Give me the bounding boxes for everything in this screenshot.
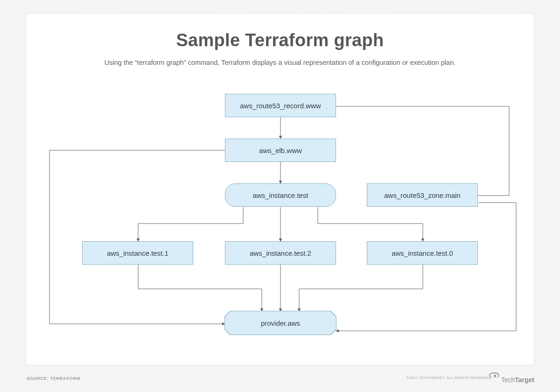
node-instance-test-2: aws_instance.test.2 (225, 241, 336, 265)
node-instance-test-0: aws_instance.test.0 (367, 241, 478, 265)
terraform-graph-diagram: aws_route53_record.www aws_elb.www aws_i… (26, 79, 535, 354)
diagram-title: Sample Terraform graph (26, 30, 534, 50)
diagram-subtitle: Using the “terraform graph” command, Ter… (26, 59, 534, 66)
source-attribution: SOURCE: TERRAFORM (27, 376, 80, 381)
node-label: aws_instance.test.0 (392, 249, 453, 257)
diagram-card: Sample Terraform graph Using the “terraf… (26, 13, 534, 365)
node-elb: aws_elb.www (225, 139, 336, 162)
node-label: aws_instance.test.2 (250, 249, 311, 257)
node-instance-test-1: aws_instance.test.1 (82, 241, 193, 265)
logo-text-b: Target (515, 376, 534, 384)
footer: SOURCE: TERRAFORM ©2021 TECHTARGET, ALL … (26, 370, 534, 384)
node-route53-record: aws_route53_record.www (225, 94, 336, 117)
logo-text-a: Tech (501, 376, 515, 384)
node-provider: provider.aws (225, 311, 336, 335)
node-label: provider.aws (261, 319, 300, 327)
node-label: aws_instance.test.1 (107, 249, 168, 257)
node-label: aws_instance.test (252, 191, 308, 199)
node-route53-zone: aws_route53_zone.main (367, 183, 478, 207)
copyright-text: ©2021 TECHTARGET, ALL RIGHTS RESERVED (406, 376, 491, 380)
node-label: aws_elb.www (259, 147, 302, 154)
node-label: aws_route53_zone.main (384, 191, 460, 199)
node-label: aws_route53_record.www (240, 102, 321, 110)
techtarget-logo: TechTarget (489, 376, 534, 384)
eye-icon (489, 372, 499, 378)
node-instance-test: aws_instance.test (225, 183, 336, 207)
